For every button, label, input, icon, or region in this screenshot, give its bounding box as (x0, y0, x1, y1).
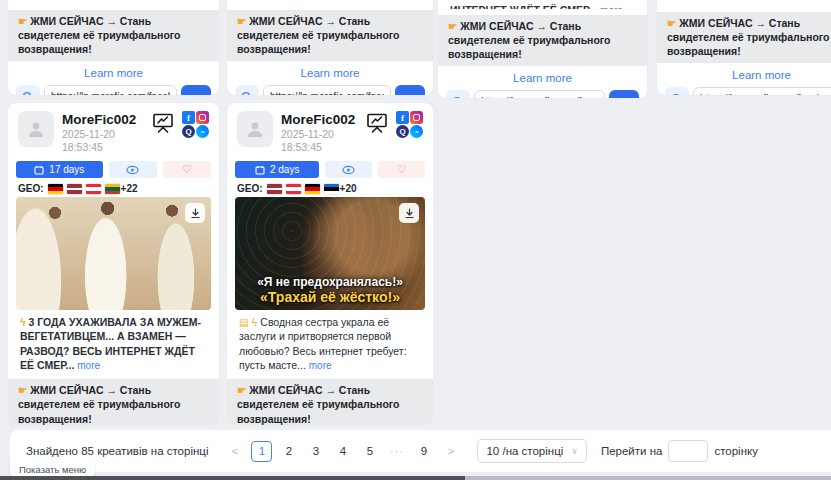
preview-button[interactable] (109, 161, 157, 178)
heart-icon: ♡ (397, 164, 407, 175)
creative-timestamp: 2025-11-20 18:53:45 (62, 128, 150, 154)
url-row (657, 85, 831, 95)
geo-more-count[interactable]: +22 (121, 183, 138, 194)
search-button[interactable] (665, 87, 689, 95)
pointing-hand-icon: ☛ (667, 17, 676, 29)
card-actions: 2 days ♡ (227, 158, 433, 181)
geo-more-count[interactable]: +20 (340, 183, 357, 194)
facebook-icon[interactable]: f (396, 111, 409, 124)
creative-image[interactable] (16, 197, 211, 310)
search-button[interactable] (16, 85, 40, 95)
page-button-5[interactable]: 5 (359, 441, 380, 462)
more-link[interactable]: more (77, 360, 100, 371)
instagram-icon[interactable] (410, 111, 423, 124)
landing-url-input[interactable] (693, 87, 831, 95)
messenger-icon[interactable] (410, 125, 423, 138)
flag-estonia-icon (324, 184, 339, 194)
more-link[interactable]: more (600, 5, 623, 9)
goto-page-control: Перейти на сторінку (601, 440, 758, 462)
go-to-url-button[interactable]: → (395, 85, 425, 95)
pointing-hand-icon: ☛ (237, 384, 246, 396)
audience-network-icon[interactable]: Q (396, 125, 409, 138)
preview-button[interactable] (325, 161, 372, 178)
pointing-hand-icon: ☛ (18, 15, 27, 27)
search-button[interactable] (235, 85, 259, 95)
cta-text: ЖМИ СЕЙЧАС → Стань свидетелем её триумфа… (237, 384, 400, 424)
search-icon (671, 93, 683, 95)
search-icon (241, 91, 253, 95)
person-icon (26, 119, 46, 139)
pointing-hand-icon: ☛ (237, 15, 246, 27)
messenger-icon[interactable] (196, 125, 209, 138)
landing-url-input[interactable] (474, 90, 605, 98)
prev-page-button[interactable]: < (224, 441, 245, 462)
calendar-icon (34, 165, 44, 175)
image-overlay-text: «Я не предохранялась!» «Трахай её жёстко… (235, 275, 425, 305)
flag-austria-icon (286, 184, 301, 194)
advertiser-name[interactable]: MoreFic002 (281, 111, 364, 128)
creative-card: MoreFic002 2025-11-20 18:53:45 f Q 2 day… (227, 103, 433, 425)
scrollbar-thumb[interactable] (0, 476, 465, 480)
goto-label: Перейти на (601, 445, 663, 457)
next-page-button[interactable]: > (440, 441, 461, 462)
cta-block: ☛ ЖМИ СЕЙЧАС → Стань свидетелем её триум… (438, 15, 647, 66)
creative-card-partial: ☛ ЖМИ СЕЙЧАС → Стань свидетелем её триум… (657, 0, 831, 95)
page-ellipsis[interactable]: ··· (386, 441, 407, 462)
results-count-text: Знайдено 85 креативів на сторінці (26, 445, 208, 457)
show-menu-button[interactable]: Показать меню (10, 461, 95, 477)
audience-network-icon[interactable]: Q (182, 125, 195, 138)
presentation-chart-icon[interactable] (150, 111, 176, 135)
search-button[interactable] (446, 90, 470, 98)
learn-more-link[interactable]: Learn more (657, 69, 831, 81)
advertiser-name[interactable]: MoreFic002 (62, 111, 150, 128)
landing-url-input[interactable] (263, 85, 391, 95)
page-size-select[interactable]: 10 /на сторінці ∨ (477, 439, 586, 463)
avatar (237, 111, 273, 147)
landing-url-input[interactable] (44, 85, 177, 95)
download-image-button[interactable] (399, 203, 419, 223)
horizontal-scrollbar[interactable] (0, 476, 831, 480)
creative-card-partial: ☛ ЖМИ СЕЙЧАС → Стань свидетелем её триум… (8, 0, 219, 95)
flag-lithuania-icon (105, 184, 120, 194)
cta-text: ЖМИ СЕЙЧАС → Стань свидетелем её триумфа… (237, 15, 400, 55)
favorite-button[interactable]: ♡ (163, 161, 211, 178)
messenger-bolt-icon (413, 128, 421, 136)
creative-column-2: ☛ ЖМИ СЕЙЧАС → Стань свидетелем её триум… (227, 0, 433, 425)
days-active-button[interactable]: 2 days (235, 161, 319, 178)
creative-card: MoreFic002 2025-11-20 18:53:45 f Q 17 da… (8, 103, 219, 425)
page-button-9[interactable]: 9 (413, 441, 434, 462)
go-to-url-button[interactable]: → (609, 90, 639, 98)
creative-image[interactable]: «Я не предохранялась!» «Трахай её жёстко… (235, 197, 425, 310)
advertiser-info: MoreFic002 2025-11-20 18:53:45 (281, 111, 364, 154)
creative-column-4: ☛ ЖМИ СЕЙЧАС → Стань свидетелем её триум… (657, 0, 831, 95)
overlay-line-1: «Я не предохранялась!» (235, 275, 425, 289)
presentation-chart-icon[interactable] (364, 111, 390, 135)
download-image-button[interactable] (185, 203, 205, 223)
cta-block: ☛ ЖМИ СЕЙЧАС → Стань свидетелем её триум… (227, 379, 433, 425)
page-button-3[interactable]: 3 (305, 441, 326, 462)
favorite-button[interactable]: ♡ (378, 161, 425, 178)
page-button-1[interactable]: 1 (251, 441, 272, 462)
more-link[interactable]: more (309, 360, 332, 371)
goto-page-input[interactable] (668, 440, 708, 462)
geo-row: GEO: +20 (227, 181, 433, 197)
cta-text: ЖМИ СЕЙЧАС → Стань свидетелем её триумфа… (448, 20, 611, 60)
learn-more-link[interactable]: Learn more (8, 67, 219, 79)
flag-latvia-icon (267, 184, 282, 194)
page-button-4[interactable]: 4 (332, 441, 353, 462)
go-to-url-button[interactable]: → (181, 85, 211, 95)
cta-block: ☛ ЖМИ СЕЙЧАС → Стань свидетелем её триум… (227, 10, 433, 61)
days-active-button[interactable]: 17 days (16, 161, 103, 178)
advertiser-info: MoreFic002 2025-11-20 18:53:45 (62, 111, 150, 154)
creative-column-3: ИНТЕРНЕТ ЖДЁТ ЕЁ СМЕР... more ☛ ЖМИ СЕЙЧ… (438, 0, 647, 98)
page-size-value: 10 /на сторінці (486, 445, 563, 457)
learn-more-link[interactable]: Learn more (227, 67, 433, 79)
card-header: MoreFic002 2025-11-20 18:53:45 f Q (227, 103, 433, 158)
learn-more-link[interactable]: Learn more (438, 72, 647, 84)
facebook-icon[interactable]: f (182, 111, 195, 124)
cta-block: ☛ ЖМИ СЕЙЧАС → Стань свидетелем её триум… (657, 12, 831, 63)
instagram-icon[interactable] (196, 111, 209, 124)
url-row: → (8, 83, 219, 95)
page-button-2[interactable]: 2 (278, 441, 299, 462)
social-network-icons: f Q (182, 111, 209, 138)
